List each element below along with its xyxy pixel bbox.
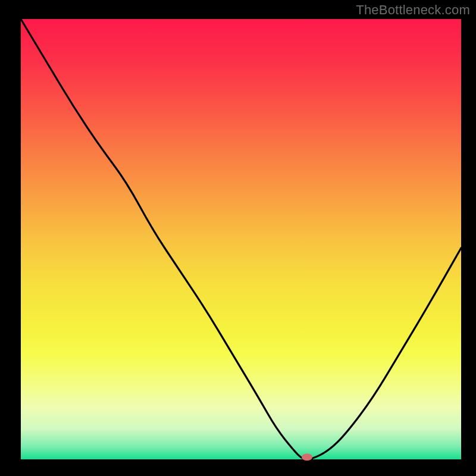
bottleneck-chart [0,0,476,476]
optimal-marker[interactable] [302,453,312,461]
watermark-text: TheBottleneck.com [356,2,470,18]
plot-area [21,19,461,459]
chart-frame: TheBottleneck.com [0,0,476,476]
